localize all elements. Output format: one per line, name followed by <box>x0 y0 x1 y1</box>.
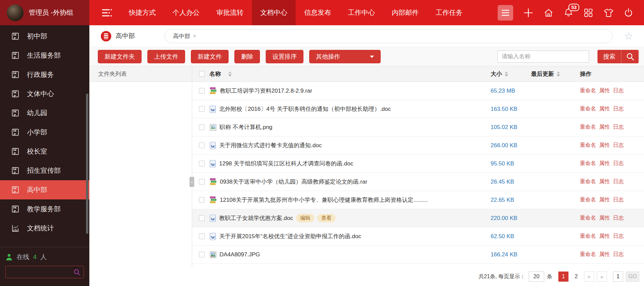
more-actions-dropdown[interactable]: 其他操作 <box>309 50 381 63</box>
action-link[interactable]: 属性 <box>599 251 610 258</box>
nav-item-6[interactable]: 内部邮件 <box>383 0 427 25</box>
sort-updated-icon[interactable] <box>557 71 560 76</box>
action-link[interactable]: 重命名 <box>580 105 596 113</box>
sidebar-item-1[interactable]: 生活服务部 <box>0 46 89 65</box>
nav-item-5[interactable]: 工作中心 <box>340 0 383 25</box>
home-icon[interactable] <box>544 8 554 18</box>
action-link[interactable]: 日志 <box>613 87 624 94</box>
action-link[interactable]: 日志 <box>613 251 624 258</box>
action-link[interactable]: 重命名 <box>580 233 596 240</box>
nav-item-1[interactable]: 个人办公 <box>164 0 208 25</box>
sort-name-icon[interactable] <box>228 71 232 76</box>
go-button[interactable]: GO <box>626 272 639 282</box>
nav-item-0[interactable]: 快捷方式 <box>120 0 164 25</box>
action-link[interactable]: 属性 <box>599 160 610 167</box>
column-name-label[interactable]: 名称 <box>209 70 221 78</box>
action-link[interactable]: 重命名 <box>580 251 596 258</box>
row-checkbox[interactable] <box>199 197 205 203</box>
search-button[interactable]: 搜索 <box>597 50 639 63</box>
sidebar-item-4[interactable]: 幼儿园 <box>0 103 89 123</box>
file-name[interactable]: 12108关于开展第九批苏州市中小学专、兼职心理健康教育教师上岗资格认定....… <box>220 196 428 204</box>
file-name[interactable]: DA4A8097.JPG <box>219 251 260 258</box>
nav-item-3-active[interactable]: 文档中心 <box>252 0 296 25</box>
action-link[interactable]: 属性 <box>599 215 610 222</box>
page-button-2[interactable]: 2 <box>571 272 581 282</box>
action-link[interactable]: 重命名 <box>580 124 596 131</box>
user-avatar[interactable] <box>7 4 24 21</box>
file-name[interactable]: 教职工子女就学优惠方案.doc <box>219 214 293 222</box>
file-name[interactable]: 关于用微信方式进行餐卡充值的通知.doc <box>219 141 322 149</box>
action-link[interactable]: 日志 <box>613 142 624 149</box>
action-link[interactable]: 属性 <box>599 142 610 149</box>
column-updated-label[interactable]: 最后更新 <box>531 70 554 78</box>
toolbar-button-2[interactable]: 新建文件 <box>191 50 229 63</box>
sidebar-item-8[interactable]: 高中部 <box>0 180 89 199</box>
file-name[interactable]: 关于开展2015年“名校优生”进企业资助申报工作的函.doc <box>219 232 361 240</box>
nav-item-2[interactable]: 审批流转 <box>208 0 252 25</box>
action-link[interactable]: 属性 <box>599 233 610 240</box>
favorite-star-icon[interactable]: ☆ <box>624 31 633 41</box>
sidebar-item-0[interactable]: 初中部 <box>0 27 89 46</box>
hamburger-menu-icon[interactable] <box>498 5 513 21</box>
toolbar-button-4[interactable]: 设置排序 <box>266 50 303 63</box>
action-link[interactable]: 日志 <box>613 160 624 167</box>
apps-grid-icon[interactable] <box>583 8 593 18</box>
file-tag[interactable]: 查看 <box>317 214 335 222</box>
row-checkbox[interactable] <box>199 161 205 166</box>
action-link[interactable]: 重命名 <box>580 87 596 94</box>
row-checkbox[interactable] <box>199 88 205 94</box>
row-checkbox[interactable] <box>199 252 205 257</box>
action-link[interactable]: 重命名 <box>580 178 596 185</box>
next-page-button[interactable]: > <box>584 272 594 282</box>
row-checkbox[interactable] <box>199 179 205 185</box>
sidebar-item-6[interactable]: 校长室 <box>0 142 89 161</box>
action-link[interactable]: 属性 <box>599 196 610 203</box>
column-size-label[interactable]: 大小 <box>491 70 502 78</box>
last-page-button[interactable]: » <box>597 272 607 282</box>
page-button-1[interactable]: 1 <box>558 272 568 282</box>
toolbar-button-3[interactable]: 删除 <box>234 50 260 63</box>
file-name[interactable]: 0938关于送审中小学（幼儿园）高级教师鉴定论文的函.rar <box>220 178 367 186</box>
action-link[interactable]: 重命名 <box>580 215 596 222</box>
sort-size-icon[interactable] <box>505 71 508 76</box>
sidebar-item-5[interactable]: 小学部 <box>0 123 89 142</box>
toolbar-button-1[interactable]: 上传文件 <box>147 50 185 63</box>
action-link[interactable]: 属性 <box>599 105 610 113</box>
action-link[interactable]: 属性 <box>599 178 610 185</box>
action-link[interactable]: 日志 <box>613 105 624 113</box>
notifications-bell-icon[interactable]: 53 <box>564 8 573 18</box>
per-page-select[interactable]: 20 <box>529 272 544 282</box>
action-link[interactable]: 重命名 <box>580 160 596 167</box>
sidebar-item-10[interactable]: 文档统计 <box>0 219 89 238</box>
search-input[interactable] <box>497 51 589 63</box>
action-link[interactable]: 重命名 <box>580 142 596 149</box>
panel-collapse-handle[interactable]: ‹ <box>189 177 194 187</box>
file-name[interactable]: 教职工培训学习资料2017.2.8-2.9.rar <box>220 87 312 95</box>
action-link[interactable]: 日志 <box>613 178 624 185</box>
theme-shirt-icon[interactable] <box>604 8 614 18</box>
row-checkbox[interactable] <box>199 142 205 148</box>
sidebar-item-2[interactable]: 行政服务 <box>0 65 89 84</box>
row-checkbox[interactable] <box>199 124 205 130</box>
search-icon[interactable] <box>73 268 81 277</box>
plus-icon[interactable] <box>523 8 533 18</box>
sidebar-search-input[interactable] <box>6 266 84 278</box>
row-checkbox[interactable] <box>199 106 205 112</box>
action-link[interactable]: 重命名 <box>580 196 596 203</box>
power-logout-icon[interactable] <box>624 8 633 18</box>
action-link[interactable]: 日志 <box>613 124 624 131</box>
nav-item-7[interactable]: 工作任务 <box>427 0 471 25</box>
file-name[interactable]: 职称 不考计算机.png <box>219 123 272 131</box>
nav-collapse-icon[interactable] <box>101 0 113 25</box>
sidebar-scrollbar[interactable] <box>86 94 88 234</box>
sidebar-item-7[interactable]: 招生宣传部 <box>0 161 89 180</box>
breadcrumb-item[interactable]: 高中部 <box>173 32 190 40</box>
action-link[interactable]: 日志 <box>613 196 624 203</box>
select-all-checkbox[interactable] <box>199 71 205 77</box>
action-link[interactable]: 属性 <box>599 124 610 131</box>
breadcrumb[interactable]: 高中部 > <box>165 29 613 43</box>
sidebar-item-3[interactable]: 文体中心 <box>0 84 89 103</box>
action-link[interactable]: 日志 <box>613 233 624 240</box>
sidebar-item-9[interactable]: 教学服务部 <box>0 199 89 219</box>
goto-page-input[interactable] <box>613 272 623 282</box>
